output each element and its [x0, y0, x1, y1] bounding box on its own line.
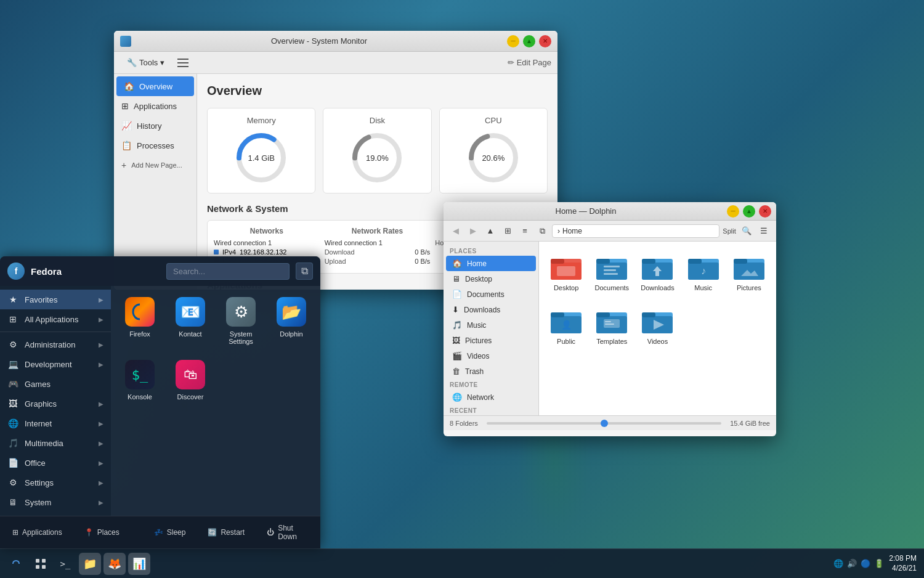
- taskbar-files-button[interactable]: 📁: [79, 553, 101, 575]
- dolphin-folder-grid: Desktop Documents: [546, 249, 769, 350]
- folder-documents[interactable]: Documents: [592, 249, 631, 296]
- dolphin-maximize-button[interactable]: ▲: [743, 205, 755, 218]
- app-discover[interactable]: 🛍 Discover: [168, 355, 213, 405]
- dolphin-close-button[interactable]: ✕: [759, 205, 771, 218]
- footer-restart-button[interactable]: 🔄 Restart: [203, 526, 249, 539]
- folder-downloads[interactable]: Downloads: [638, 249, 677, 296]
- taskbar-left: >_ 📁 🦊 📊: [0, 553, 826, 575]
- discover-app-icon: 🛍: [176, 360, 205, 389]
- dolphin-nav-network[interactable]: 🌐 Network: [446, 389, 536, 405]
- network-tray-icon: 🌐: [833, 559, 843, 568]
- menu-item-internet[interactable]: 🌐 Internet ▶: [0, 413, 111, 433]
- menu-item-graphics[interactable]: 🖼 Graphics ▶: [0, 394, 111, 413]
- dolphin-window: Home — Dolphin ─ ▲ ✕ ◀ ▶ ▲ ⊞ ≡ ⧉ › Home …: [444, 202, 776, 436]
- footer-applications-button[interactable]: ⊞ Applications: [7, 526, 67, 539]
- home-nav-icon: 🏠: [452, 259, 462, 268]
- dolphin-path-bar[interactable]: › Home: [552, 224, 719, 238]
- favorites-icon: ★: [7, 294, 18, 305]
- svg-rect-22: [688, 259, 702, 264]
- folder-desktop[interactable]: Desktop: [546, 249, 586, 296]
- app-konsole[interactable]: $_ Konsole: [117, 355, 163, 405]
- sysmon-nav-applications[interactable]: ⊞ Applications: [114, 96, 197, 116]
- taskbar-app-grid-button[interactable]: [30, 553, 52, 575]
- internet-arrow-icon: ▶: [99, 420, 103, 427]
- folder-public[interactable]: 👤 Public: [546, 303, 586, 350]
- sysmon-page-title: Overview: [207, 84, 548, 98]
- taskbar-monitor-button[interactable]: 📊: [128, 553, 150, 575]
- dolphin-split-button[interactable]: Split: [722, 224, 737, 238]
- dolphin-nav-pictures[interactable]: 🖼 Pictures: [446, 333, 536, 348]
- sysmon-minimize-button[interactable]: ─: [507, 35, 519, 47]
- menu-item-settings[interactable]: ⚙ Settings ▶: [0, 473, 111, 492]
- footer-leave-icon: 🚪: [319, 528, 320, 537]
- menu-item-administration[interactable]: ⚙ Administration ▶: [0, 335, 111, 354]
- tools-menu-button[interactable]: 🔧 Tools ▾: [120, 55, 171, 70]
- taskbar-clock[interactable]: 2:08 PM 4/26/21: [889, 554, 917, 573]
- sysmon-close-button[interactable]: ✕: [539, 35, 551, 47]
- app-menu-search-input[interactable]: [166, 263, 290, 280]
- taskbar-firefox-button[interactable]: 🦊: [103, 553, 126, 575]
- menu-item-multimedia[interactable]: 🎵 Multimedia ▶: [0, 433, 111, 453]
- sysmon-nav-history[interactable]: 📈 History: [114, 116, 197, 136]
- sysmon-nav-processes[interactable]: 📋 Processes: [114, 136, 197, 155]
- menu-item-system[interactable]: 🖥 System ▶: [0, 492, 111, 512]
- dolphin-search-button[interactable]: 🔍: [739, 224, 754, 238]
- administration-arrow-icon: ▶: [99, 341, 103, 348]
- search-filter-button[interactable]: ⧉: [296, 263, 313, 280]
- svg-rect-47: [42, 559, 46, 563]
- bluetooth-tray-icon: 🔵: [861, 559, 870, 568]
- dolphin-nav-downloads[interactable]: ⬇ Downloads: [446, 302, 536, 317]
- sysmon-maximize-button[interactable]: ▲: [523, 35, 535, 47]
- footer-shutdown-button[interactable]: ⏻ Shut Down: [262, 521, 302, 543]
- app-system-settings[interactable]: ⚙ System Settings: [218, 292, 264, 350]
- menu-item-games[interactable]: 🎮 Games: [0, 374, 111, 394]
- menu-item-development[interactable]: 💻 Development ▶: [0, 354, 111, 374]
- dolphin-view-details-button[interactable]: ≡: [517, 224, 532, 238]
- dolphin-up-button[interactable]: ▲: [483, 224, 498, 238]
- dolphin-nav-videos[interactable]: 🎬 Videos: [446, 348, 536, 364]
- app-menu: f Fedora ⧉ ★ Favorites ▶ ⊞ All Applicati…: [0, 256, 320, 548]
- sysmon-nav-add-page[interactable]: + Add New Page...: [114, 155, 197, 175]
- taskbar-fedora-button[interactable]: [5, 553, 27, 575]
- folder-music[interactable]: ♪ Music: [684, 249, 723, 296]
- free-space: 15.4 GiB free: [730, 420, 770, 427]
- folder-videos[interactable]: Videos: [638, 303, 677, 350]
- folder-pictures[interactable]: Pictures: [729, 249, 769, 296]
- app-dolphin[interactable]: 📂 Dolphin: [269, 292, 314, 350]
- dolphin-nav-documents[interactable]: 📄 Documents: [446, 287, 536, 302]
- development-icon: 💻: [7, 359, 18, 370]
- zoom-slider-thumb: [601, 420, 608, 427]
- zoom-slider[interactable]: [487, 422, 721, 425]
- taskbar-right: 🌐 🔊 🔵 🔋 2:08 PM 4/26/21: [826, 554, 924, 573]
- app-firefox[interactable]: Firefox: [117, 292, 163, 350]
- sysmon-nav-overview[interactable]: 🏠 Overview: [116, 76, 194, 96]
- dolphin-nav-home[interactable]: 🏠 Home: [446, 256, 536, 271]
- taskbar-terminal-button[interactable]: >_: [54, 553, 76, 575]
- dolphin-nav-music[interactable]: 🎵 Music: [446, 317, 536, 333]
- discover-app-label: Discover: [177, 393, 204, 401]
- dolphin-menu-button[interactable]: ☰: [756, 224, 771, 238]
- footer-sleep-button[interactable]: 💤 Sleep: [149, 526, 191, 539]
- folder-templates[interactable]: Templates: [592, 303, 631, 350]
- menu-item-office[interactable]: 📄 Office ▶: [0, 453, 111, 473]
- svg-rect-26: [734, 259, 747, 264]
- footer-leave-button[interactable]: 🚪 Leave...: [314, 526, 320, 539]
- dolphin-minimize-button[interactable]: ─: [727, 205, 739, 218]
- dolphin-view-split-icons-button[interactable]: ⧉: [535, 224, 549, 238]
- dolphin-back-button[interactable]: ◀: [448, 224, 463, 238]
- dolphin-forward-button[interactable]: ▶: [466, 224, 480, 238]
- sysmon-titlebar: Overview - System Monitor ─ ▲ ✕: [114, 31, 557, 52]
- app-menu-footer: ⊞ Applications 📍 Places 💤 Sleep 🔄 Restar…: [0, 516, 320, 548]
- system-arrow-icon: ▶: [99, 499, 103, 506]
- app-kontact[interactable]: 📧 Kontact: [168, 292, 213, 350]
- dolphin-nav-desktop[interactable]: 🖥 Desktop: [446, 271, 536, 287]
- menu-item-all-apps[interactable]: ⊞ All Applications ▶: [0, 309, 111, 329]
- dolphin-nav-trash[interactable]: 🗑 Trash: [446, 364, 536, 379]
- upload-row: Upload 0 B/s: [325, 258, 431, 265]
- memory-gauge-card: Memory 1.4 GiB: [207, 108, 315, 193]
- dolphin-view-icons-button[interactable]: ⊞: [500, 224, 515, 238]
- hamburger-menu-button[interactable]: [175, 54, 192, 71]
- footer-places-button[interactable]: 📍 Places: [79, 526, 124, 539]
- edit-page-button[interactable]: ✏ Edit Page: [508, 58, 551, 67]
- menu-item-favorites[interactable]: ★ Favorites ▶: [0, 290, 111, 309]
